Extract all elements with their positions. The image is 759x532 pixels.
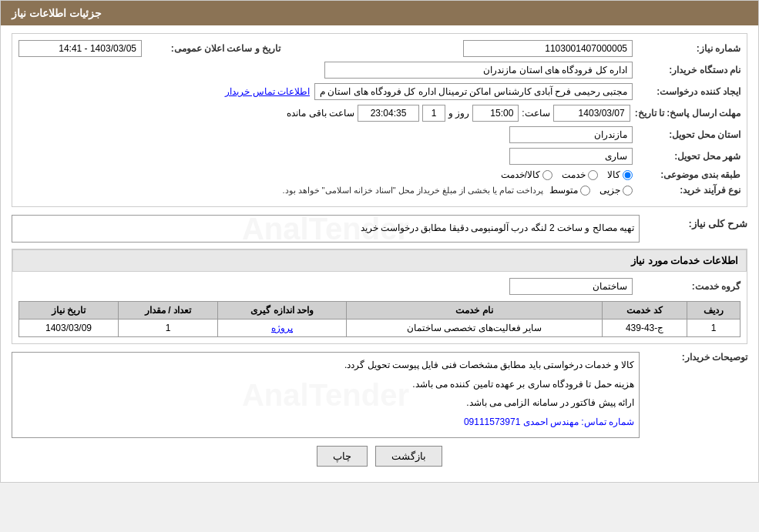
cell-nam: سایر فعالیت‌های تخصصی ساختمان <box>347 320 603 337</box>
cell-tarikh: 1403/03/09 <box>19 320 119 337</box>
shomare-niaz-value: 1103001407000005 <box>463 40 633 57</box>
saat-label: ساعت: <box>519 108 552 119</box>
ijad-label: ایجاد کننده درخواست: <box>633 86 741 97</box>
tabaqe-option-khadamat[interactable]: خدمت <box>562 169 598 180</box>
group-value: ساختمان <box>509 278 633 295</box>
toseehat-line: کالا و خدمات درخواستی باید مطابق مشخصات … <box>17 357 634 374</box>
cell-radif: 1 <box>687 320 741 337</box>
sherh-value-box: تهیه مصالح و ساخت 2 لنگه درب آلومنیومی د… <box>12 215 640 243</box>
sherh-value: تهیه مصالح و ساخت 2 لنگه درب آلومنیومی د… <box>361 223 634 233</box>
toseehat-line: ارائه پیش فاکتور در سامانه الزامی می باش… <box>17 395 634 412</box>
col-nam: نام خدمت <box>347 302 603 320</box>
group-label: گروه خدمت: <box>633 281 741 292</box>
col-tarikh: تاریخ نیاز <box>19 302 119 320</box>
col-kod: کد خدمت <box>603 302 687 320</box>
tarikh-elaan-label: تاریخ و ساعت اعلان عمومی: <box>142 43 280 54</box>
tabaqe-option-kala[interactable]: کالا <box>607 169 633 180</box>
print-button[interactable]: چاپ <box>317 446 368 467</box>
shomare-niaz-label: شماره نیاز: <box>633 43 741 54</box>
baqi-label: ساعت باقی مانده <box>284 108 358 119</box>
roz-value: 1 <box>422 105 445 122</box>
noee-option-jozi[interactable]: جزیی <box>599 185 633 196</box>
col-radif: ردیف <box>687 302 741 320</box>
baqi-value: 23:04:35 <box>358 105 419 122</box>
toseehat-line: شماره تماس: مهندس احمدی 09111573971 <box>17 414 634 431</box>
tarikh-value: 1403/03/07 <box>553 105 630 122</box>
shahr-value: ساری <box>509 148 633 165</box>
page-title: جزئیات اطلاعات نیاز <box>12 7 102 19</box>
button-row: بازگشت چاپ <box>12 446 747 467</box>
nam-dastgah-label: نام دستگاه خریدار: <box>633 65 741 75</box>
back-button[interactable]: بازگشت <box>375 446 442 467</box>
ostan-value: مازندران <box>509 126 633 143</box>
saat-value: 15:00 <box>472 105 519 122</box>
tabaqe-option-kala-khadamat[interactable]: کالا/خدمت <box>501 169 552 180</box>
mohlat-label: مهلت ارسال پاسخ: تا تاریخ: <box>630 108 741 119</box>
ijad-value: مجتبی رحیمی فرح آبادی کارشناس اماکن ترمی… <box>314 83 633 100</box>
cell-kod: ج-43-439 <box>603 320 687 337</box>
ijad-link[interactable]: اطلاعات تماس خریدار <box>220 86 314 97</box>
shahr-label: شهر محل تحویل: <box>633 151 741 162</box>
noee-note: پرداخت تمام یا بخشی از مبلغ خریداز محل "… <box>276 186 549 196</box>
tarikh-elaan-value: 1403/03/05 - 14:41 <box>18 40 142 57</box>
noee-label: نوع فرآیند خرید: <box>633 185 741 196</box>
toseehat-box: کالا و خدمات درخواستی باید مطابق مشخصات … <box>12 352 640 438</box>
noee-radio-group: جزیی متوسط <box>549 185 633 196</box>
nam-dastgah-value: اداره کل فرودگاه های استان مازندران <box>324 62 633 79</box>
tabaqe-label: طبقه بندی موضوعی: <box>633 169 741 180</box>
ostan-label: استان محل تحویل: <box>633 129 741 140</box>
col-tedad: تعداد / مقدار <box>119 302 218 320</box>
khadamat-section-title: اطلاعات خدمات مورد نیاز <box>12 249 747 272</box>
noee-option-motevaset[interactable]: متوسط <box>549 185 590 196</box>
table-row: 1 ج-43-439 سایر فعالیت‌های تخصصی ساختمان… <box>19 320 741 337</box>
col-vahed: واحد اندازه گیری <box>217 302 346 320</box>
sherh-label: شرح کلی نیاز: <box>640 215 747 229</box>
cell-tedad: 1 <box>119 320 218 337</box>
toseehat-line: هزینه حمل تا فرودگاه ساری بر عهده تامین … <box>17 376 634 393</box>
toseehat-label: توصیحات خریدار: <box>640 352 747 363</box>
roz-label: روز و <box>445 108 472 119</box>
page-header: جزئیات اطلاعات نیاز <box>1 1 758 25</box>
khadamat-table: ردیف کد خدمت نام خدمت واحد اندازه گیری ت… <box>18 301 741 337</box>
cell-vahed[interactable]: پروژه <box>217 320 346 337</box>
tabaqe-radio-group: کالا خدمت کالا/خدمت <box>501 169 633 180</box>
